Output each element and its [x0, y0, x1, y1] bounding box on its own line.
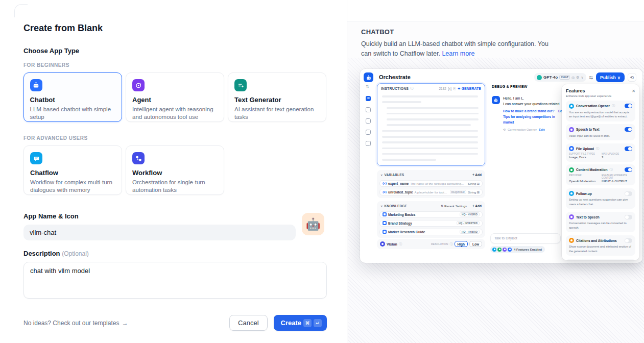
- create-app-modal: Create from Blank Choose App Type FOR BE…: [0, 0, 347, 343]
- choose-app-type-label: Choose App Type: [23, 47, 327, 55]
- chatbot-icon: [30, 79, 42, 91]
- speaker-icon: [569, 214, 574, 219]
- generate-button: ✦ GENERATE: [458, 87, 481, 91]
- info-heading: CHATBOT: [361, 28, 630, 36]
- nav-orchestrate-icon: [366, 96, 371, 101]
- resolution-high-chip: High: [455, 241, 468, 247]
- cmd-key-icon: ⌘: [303, 319, 312, 327]
- retrieval-tag: HQ · HYBRID: [460, 230, 480, 234]
- nav-icon: [366, 118, 371, 124]
- app-name-input[interactable]: [23, 225, 296, 240]
- variable-row: {x} expert_name The name of the strategi…: [379, 180, 483, 187]
- retrieval-tag: HQ · INVERTED: [457, 221, 480, 225]
- arrow-right-icon: →: [122, 320, 128, 327]
- rerank-settings-button: ⇅ Rerank Settings: [441, 204, 467, 208]
- nav-icon: [366, 107, 371, 112]
- upload-feature-icon: [508, 248, 512, 252]
- variable-token-icon: {x}: [383, 182, 387, 185]
- model-selector: GPT-4o CHAT ◎ ⚙ ∨: [534, 73, 586, 82]
- toggle-on: [625, 127, 632, 132]
- feature-annotation-reply: Annotation Reply: [566, 259, 635, 260]
- info-icon: ⓘ: [609, 167, 612, 172]
- app-icon-picker[interactable]: 🤖: [302, 213, 324, 235]
- instructions-skeleton: [377, 92, 485, 168]
- chat-input: Talk to DifyBot: [490, 233, 561, 243]
- workflow-icon: [132, 152, 145, 164]
- shield-icon: [569, 167, 574, 173]
- feature-follow-up: Follow-up Setting up next questions sugg…: [566, 188, 635, 209]
- knowledge-panel: ∨ KNOWLEDGE ⇅ Rerank Settings + Add Mark…: [377, 201, 485, 238]
- history-icon: ⟲: [628, 73, 636, 82]
- tune-icon: ⇆: [589, 75, 593, 80]
- publish-button: Publish ∨: [596, 72, 625, 82]
- chevron-down-icon: ∨: [581, 76, 583, 80]
- chevron-down-icon: ∨: [617, 75, 621, 80]
- info-icon: ⓘ: [399, 242, 402, 247]
- card-title: Chatbot: [30, 96, 116, 104]
- microphone-icon: [569, 127, 574, 132]
- resolution-low-chip: Low: [469, 241, 482, 247]
- app-name-row: App Name & Icon 🤖: [23, 212, 327, 240]
- app-name-label: App Name & Icon: [23, 212, 327, 220]
- beginner-app-type-cards: Chatbot LLM-based chatbot with simple se…: [23, 72, 327, 122]
- app-type-card-agent[interactable]: Agent Intelligent agent with reasoning a…: [126, 72, 224, 122]
- modal-corner: [14, 4, 28, 17]
- cancel-button[interactable]: Cancel: [229, 315, 267, 331]
- toggle-on: [625, 146, 632, 151]
- card-desc: Workflow for complex multi-turn dialogue…: [30, 179, 115, 194]
- settings-icon: ⚙: [576, 76, 579, 80]
- learn-more-link[interactable]: Learn more: [442, 50, 474, 57]
- app-type-card-chatflow[interactable]: Chatflow Workflow for complex multi-turn…: [23, 145, 122, 195]
- info-icon: ⓘ: [450, 242, 453, 247]
- knowledge-row: Market Research Guide HQ · HYBRID: [379, 229, 483, 236]
- knowledge-row: Marketing Basics HQ · HYBRID: [379, 211, 483, 218]
- model-provider-icon: [537, 75, 542, 80]
- enter-key-icon: ↵: [314, 319, 322, 327]
- feature-conversation-opener: Conversation Opener ⓘ You are an entity …: [566, 101, 635, 121]
- bot-avatar: [492, 96, 500, 104]
- info-icon: ⓘ: [612, 104, 615, 108]
- toggle-on: [625, 104, 632, 108]
- for-advanced-users-label: FOR ADVANCED USERS: [23, 135, 327, 141]
- debug-preview-label: DEBUG & PREVIEW: [492, 85, 528, 88]
- card-desc: AI assistant for text generation tasks: [234, 106, 320, 121]
- variable-row: {x} unrelated_topic A placeholder for to…: [379, 189, 483, 196]
- knowledge-row: Brand Strategy HQ · INVERTED: [379, 220, 483, 227]
- info-icon: ⓘ: [410, 86, 413, 91]
- for-beginners-label: FOR BEGINNERS: [23, 62, 327, 68]
- templates-link[interactable]: No ideas? Check out our templates →: [23, 320, 128, 327]
- feature-content-moderation: Content Moderation ⓘ PROVIDER ENABLED MO…: [566, 164, 635, 185]
- modal-title: Create from Blank: [23, 22, 327, 34]
- card-desc: LLM-based chatbot with simple setup: [30, 106, 116, 121]
- toggle-off: [625, 215, 632, 219]
- nav-icon: [366, 130, 371, 135]
- suggestion-link: How to make a brand stand out?: [503, 108, 554, 114]
- nav-icon: [366, 141, 371, 146]
- feature-speech-to-text: Speech to Text Voice input can be used i…: [566, 124, 635, 140]
- toggle-on: [625, 167, 632, 172]
- card-desc: Intelligent agent with reasoning and aut…: [132, 106, 218, 121]
- preview-page-title: Orchestrate: [379, 74, 411, 80]
- robot-emoji-icon: 🤖: [306, 217, 321, 231]
- feature-file-upload: File Upload ⓘ SUPPORT FILE TYPES MAX UPL…: [566, 143, 635, 162]
- create-button[interactable]: Create ⌘ ↵: [274, 315, 327, 331]
- toggle-off: [625, 238, 632, 243]
- info-icon: ⓘ: [596, 146, 599, 151]
- vision-panel: Vision ⓘ RESOLUTION ⓘ High Low: [377, 239, 485, 249]
- retrieval-tag: HQ · HYBRID: [460, 212, 480, 216]
- required-badge: REQUIRED: [450, 190, 466, 194]
- description-label: Description (Optional): [23, 250, 327, 258]
- description-textarea[interactable]: chat with vllm model: [23, 262, 327, 299]
- app-type-card-text-generator[interactable]: Text Generator AI assistant for text gen…: [228, 72, 326, 122]
- app-type-card-workflow[interactable]: Workflow Orchestration for single-turn a…: [126, 145, 224, 195]
- optional-label: (Optional): [62, 250, 89, 257]
- card-title: Text Generator: [234, 96, 320, 104]
- conversation-opener-icon: ⟲: [503, 128, 506, 131]
- vision-icon: [380, 241, 385, 247]
- variable-token-icon: {x}: [383, 190, 387, 193]
- modal-footer: No ideas? Check out our templates → Canc…: [23, 315, 327, 331]
- copy-icon: ⎘: [454, 87, 456, 91]
- feature-text-to-speech: Text to Speech Conversation messages can…: [566, 212, 635, 233]
- add-knowledge-button: + Add: [472, 204, 482, 208]
- app-type-card-chatbot[interactable]: Chatbot LLM-based chatbot with simple se…: [23, 72, 122, 122]
